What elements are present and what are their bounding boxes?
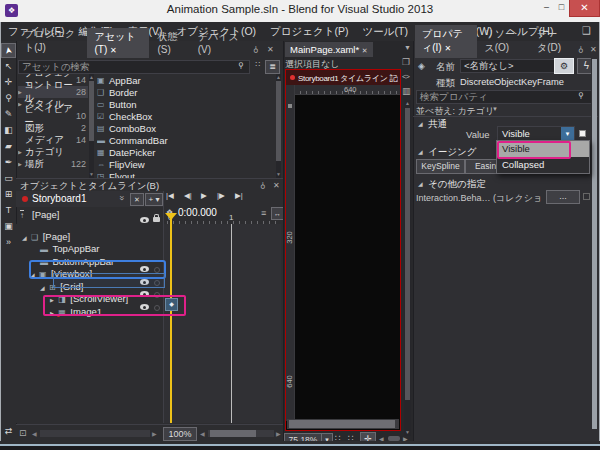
document-tab-close-icon[interactable]: ✕ — [362, 47, 368, 54]
minimize-button[interactable]: – — [539, 0, 554, 15]
scroll-right-icon[interactable]: ▶ — [276, 430, 281, 437]
eraser-tool-icon[interactable]: ▰ — [2, 140, 15, 153]
section-common[interactable]: 共通 — [428, 118, 447, 131]
scroll-down-icon[interactable]: ▼ — [89, 172, 94, 177]
document-list-chevron-icon[interactable]: ▼ — [404, 44, 411, 51]
previous-frame-icon[interactable]: ◀| — [184, 191, 192, 200]
timeline-zoom-value[interactable]: 100% — [163, 427, 197, 441]
timeline-hscrollbar[interactable] — [208, 430, 274, 437]
objects-pin-icon[interactable]: ⚲ — [260, 181, 266, 190]
pen-tool-icon[interactable]: ✒ — [2, 156, 15, 169]
asset-commandbar[interactable]: ▬CommandBar — [97, 135, 275, 146]
tab-assets[interactable]: アセット(T) ✕ — [87, 28, 149, 58]
playhead-handle-icon[interactable] — [165, 213, 177, 220]
direct-selection-tool-icon[interactable]: ↖ — [2, 60, 15, 73]
asset-checkbox[interactable]: ☑CheckBox — [97, 111, 275, 122]
visibility-column-eye-icon[interactable] — [140, 217, 149, 223]
scroll-down-icon[interactable]: ▼ — [276, 172, 281, 177]
asset-search-input[interactable]: アセットの検索 — [18, 60, 250, 74]
asset-flyout[interactable]: ◳Flyout — [97, 171, 275, 178]
feedback-icon[interactable]: ❑ — [582, 25, 591, 36]
section-easing[interactable]: イージング — [428, 146, 476, 159]
property-search-input[interactable]: 検索プロパティ — [416, 90, 592, 104]
name-input[interactable]: <名前なし> — [460, 59, 556, 73]
tab-properties[interactable]: プロパティ(I) ✕ — [415, 25, 477, 58]
advanced-options-wrench-icon[interactable]: ⚙ — [554, 58, 574, 74]
property-marker[interactable] — [583, 193, 590, 200]
category-media[interactable]: メディア14 — [18, 134, 88, 146]
close-button[interactable]: ✕ — [569, 0, 600, 17]
scrollbar-thumb[interactable] — [210, 430, 256, 437]
eyedropper-tool-icon[interactable]: ✎ — [2, 108, 15, 121]
maximize-button[interactable]: □ — [554, 0, 569, 15]
menu-project[interactable]: プロジェクト(P) — [263, 25, 355, 39]
artboard[interactable]: Storyboard1 タイムライン 記録オン。 640 320 640 — [285, 69, 401, 431]
right-panel-pin-icon[interactable]: ⚲ — [578, 45, 584, 54]
section-misc[interactable]: その他の指定 — [428, 178, 486, 191]
section-expander-icon[interactable]: ◢ — [418, 148, 423, 155]
tab-states[interactable]: 状態(S) — [150, 28, 189, 58]
sync-icon[interactable]: ⇄ — [2, 425, 15, 438]
timeline-fit-icon[interactable]: ⊡ — [19, 428, 27, 438]
scope-up-icon[interactable]: ↑ — [20, 210, 24, 220]
tab-data[interactable]: データ(D) — [530, 25, 574, 58]
easing-tab-keyspline[interactable]: KeySpline — [416, 159, 465, 174]
scrollbar-thumb[interactable] — [289, 420, 395, 428]
document-switch-icon[interactable]: ❐ — [402, 57, 410, 67]
category-scrollbar[interactable]: ▲ ▼ — [89, 74, 94, 178]
document-tab[interactable]: MainPage.xaml* ✕ — [285, 42, 373, 57]
tree-hscrollbar[interactable] — [40, 430, 150, 437]
go-to-first-frame-icon[interactable]: |◀ — [166, 191, 174, 200]
asset-appbar[interactable]: ▣AppBar — [97, 75, 275, 86]
rectangle-tool-icon[interactable]: ▭ — [2, 172, 15, 185]
text-tool-icon[interactable]: T — [2, 204, 15, 217]
artboard-hscrollbar[interactable] — [287, 419, 399, 429]
property-marker[interactable] — [579, 130, 586, 137]
left-panel-close-icon[interactable]: ✕ — [267, 45, 274, 54]
sort-chevron-icon[interactable]: ▼ — [492, 106, 498, 112]
selection-tool-icon[interactable]: ➤ — [2, 44, 15, 57]
artboard-vscrollbar[interactable]: ▲ ▼ — [404, 100, 411, 436]
next-frame-icon[interactable]: |▶ — [217, 191, 225, 200]
asset-border[interactable]: ❑Border — [97, 87, 275, 98]
list-view-icon[interactable]: ≣ — [265, 60, 280, 74]
section-expander-icon[interactable]: ◢ — [418, 180, 423, 187]
grid-tool-icon[interactable]: ⊞ — [2, 188, 15, 201]
grid-view-icon[interactable]: ∷ — [252, 60, 264, 73]
asset-button[interactable]: ▭Button — [97, 99, 275, 110]
objects-close-icon[interactable]: ✕ — [273, 181, 280, 190]
split-view-icon[interactable]: ▥ — [402, 86, 411, 96]
asset-flipview[interactable]: ⇔FlipView — [97, 159, 275, 170]
storyboard-add-button[interactable]: + ▾ — [145, 193, 163, 206]
category-shapes[interactable]: 図形2 — [18, 122, 88, 134]
asset-scrollbar[interactable]: ▲ ▼ — [276, 74, 281, 178]
go-to-last-frame-icon[interactable]: ▶| — [235, 191, 243, 200]
scroll-up-icon[interactable]: ▲ — [276, 75, 281, 80]
tab-project[interactable]: プロジェクト(J) — [17, 25, 86, 58]
lock-column-icon[interactable] — [153, 217, 160, 222]
storyboard-picker[interactable]: Storyboard1 » ✕ + ▾ — [16, 191, 163, 207]
asset-datepicker[interactable]: ▦DatePicker — [97, 147, 275, 158]
section-expander-icon[interactable]: ◢ — [418, 120, 423, 127]
scroll-left-icon[interactable]: ◀ — [200, 430, 205, 437]
properties-scrollbar[interactable] — [591, 57, 597, 441]
play-icon[interactable]: ▶ — [201, 191, 207, 200]
category-behaviors[interactable]: ビヘイビアー10 — [18, 110, 88, 122]
paint-bucket-tool-icon[interactable]: ◧ — [2, 124, 15, 137]
menu-tools[interactable]: ツール(T) — [356, 25, 415, 39]
tab-device[interactable]: デバイス(V) — [191, 28, 246, 58]
storyboard-chevron-icon[interactable]: » — [117, 195, 127, 200]
category-locations[interactable]: ▶場所122 — [18, 158, 88, 170]
dropdown-item-collapsed[interactable]: Collapsed — [497, 157, 589, 173]
left-panel-pin-icon[interactable]: ⚲ — [253, 45, 259, 54]
asset-combobox[interactable]: ▤ComboBox — [97, 123, 275, 134]
category-categories[interactable]: ▶カテゴリ — [18, 146, 88, 158]
code-view-icon[interactable]: <> — [402, 72, 409, 81]
more-tools-icon[interactable]: » — [2, 236, 15, 249]
scroll-up-icon[interactable]: ▲ — [405, 101, 410, 106]
collection-ellipsis-button[interactable]: ... — [546, 190, 580, 204]
tab-resources[interactable]: リソース(O) — [478, 25, 529, 58]
pan-tool-icon[interactable]: ✛ — [2, 76, 15, 89]
zoom-tool-icon[interactable]: ⚲ — [2, 92, 15, 105]
timeline-playhead[interactable] — [170, 214, 172, 423]
